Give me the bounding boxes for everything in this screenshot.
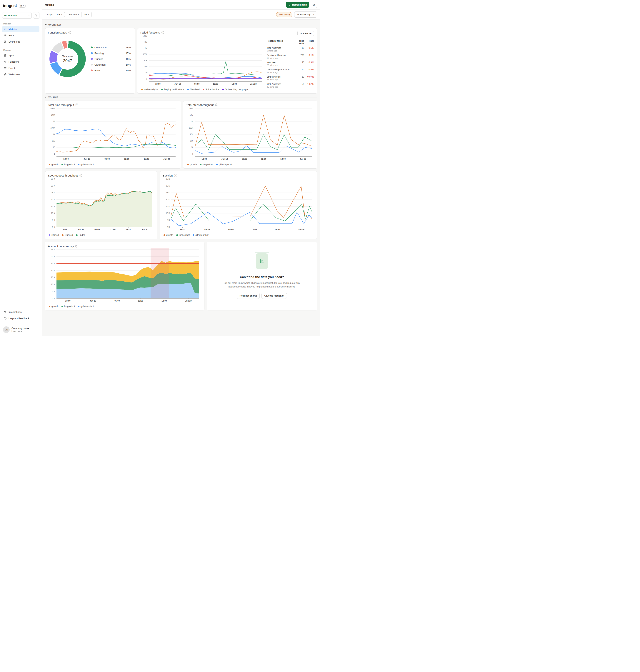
inngest-logo: inngest <box>3 3 17 8</box>
svg-text:0 K: 0 K <box>52 297 55 300</box>
sidebar-item-webhooks[interactable]: Webhooks <box>2 71 40 77</box>
total-runs-chart: 11010010K100K1M10M100M18:00Jun 1906:0012… <box>48 106 178 162</box>
help-circle-icon[interactable] <box>174 174 177 177</box>
time-range-value: 24 hours ago <box>297 13 311 16</box>
svg-text:18:00: 18:00 <box>126 228 131 231</box>
svg-text:100M: 100M <box>143 35 147 37</box>
recently-failed-table: Recently failed Failed runs Rate Web Ana… <box>267 34 314 91</box>
table-row[interactable]: Stripe invoice25 mins ago 600.07% <box>267 75 314 81</box>
sidebar-item-label: Runs <box>9 34 14 37</box>
svg-text:18:00: 18:00 <box>280 158 286 160</box>
overview-section-header[interactable]: OVERVIEW <box>45 24 317 26</box>
failed-functions-card: Failed functions ↗View all 11010010K100K… <box>137 28 317 94</box>
svg-text:10K: 10K <box>144 59 147 61</box>
svg-text:100: 100 <box>144 66 147 68</box>
legend-item: New lead <box>187 88 200 91</box>
table-row[interactable]: Deploy notification10 mins ago 7000.1% <box>267 54 314 59</box>
card-title: Backlog <box>163 174 173 177</box>
svg-text:20 K: 20 K <box>166 198 170 201</box>
legend-item: Completed24% <box>91 45 131 51</box>
svg-text:Jun 20: Jun 20 <box>250 83 257 85</box>
sidebar-item-label: Help and feedback <box>9 317 29 320</box>
svg-text:18:00: 18:00 <box>202 158 207 160</box>
refresh-page-button[interactable]: Refresh page <box>286 2 309 8</box>
collapse-triangle-icon <box>45 24 47 25</box>
legend-item: growth <box>49 163 59 166</box>
svg-text:35 K: 35 K <box>51 178 55 180</box>
svg-text:1M: 1M <box>52 120 55 123</box>
table-row[interactable]: Web Analytics35 mins ago 501.67% <box>267 83 314 88</box>
legend-item: growth <box>49 305 59 308</box>
legend-item: Started <box>49 234 59 237</box>
svg-text:18:00: 18:00 <box>144 158 149 160</box>
help-circle-icon[interactable] <box>75 103 78 106</box>
sidebar-item-runs[interactable]: Runs <box>2 32 40 39</box>
sidebar-item-apps[interactable]: Apps <box>2 52 40 59</box>
svg-text:12:00: 12:00 <box>124 158 129 160</box>
sidebar-item-event-logs[interactable]: Event logs <box>2 39 40 45</box>
legend-item: inngestbot <box>61 305 75 308</box>
empty-card-text: Let our team know which charts are most … <box>221 281 303 289</box>
command-k-badge[interactable]: ⌘ K <box>19 4 26 8</box>
sdk-request-throughput-card: SDK request throughput 0 K5 K10 K15 K20 … <box>45 171 157 239</box>
help-circle-icon[interactable] <box>79 174 82 177</box>
environment-select[interactable]: Production ▲▼ <box>2 12 32 18</box>
collapse-triangle-icon <box>45 97 47 98</box>
svg-text:5 K: 5 K <box>52 290 55 292</box>
apps-filter[interactable]: Apps All▼ <box>45 12 65 17</box>
legend-item: Running47% <box>91 51 131 56</box>
table-row[interactable]: New lead20 mins ago 400.3% <box>267 61 314 66</box>
help-circle-icon[interactable] <box>75 245 78 247</box>
function-status-donut: Total runs 2047 <box>49 41 86 77</box>
svg-text:18:00: 18:00 <box>66 300 71 302</box>
table-row[interactable]: Web Analytics5 mins ago 100.5% <box>267 47 314 52</box>
svg-text:Jun 20: Jun 20 <box>185 300 192 302</box>
request-charts-card: Can’t find the data you need? Let our te… <box>207 242 317 311</box>
sidebar-item-metrics[interactable]: Metrics <box>2 26 40 32</box>
view-all-button[interactable]: ↗View all <box>297 31 314 36</box>
svg-text:1M: 1M <box>145 47 147 49</box>
settings-button[interactable]: ⚙ <box>311 2 317 8</box>
card-title: Account concurrency <box>48 244 74 248</box>
help-circle-icon[interactable] <box>68 31 71 34</box>
table-row[interactable]: Onboarding campaign22 mins ago 100.5% <box>267 68 314 73</box>
functions-list-icon <box>4 60 7 63</box>
svg-text:35 K: 35 K <box>166 178 170 180</box>
account-menu[interactable]: CN Company name User name <box>2 326 40 333</box>
svg-text:12:00: 12:00 <box>251 228 257 231</box>
time-range-select[interactable]: 24 hours ago ▼ <box>294 12 317 18</box>
functions-filter[interactable]: Functions All▼ <box>67 12 92 17</box>
svg-text:12:00: 12:00 <box>261 158 266 160</box>
volume-section-header[interactable]: VOLUME <box>45 96 317 98</box>
environment-value: Production <box>4 14 17 17</box>
svg-text:5 K: 5 K <box>52 219 55 221</box>
svg-text:Jun 19: Jun 19 <box>84 158 90 160</box>
sidebar-item-help[interactable]: Help and feedback <box>2 315 40 321</box>
request-charts-button[interactable]: Request charts <box>237 293 260 299</box>
gear-icon: ⚙ <box>312 3 315 6</box>
svg-text:100K: 100K <box>189 127 193 129</box>
sidebar-item-events[interactable]: Events <box>2 65 40 71</box>
svg-text:18:00: 18:00 <box>61 228 67 231</box>
svg-text:18:00: 18:00 <box>275 228 280 231</box>
svg-text:10K: 10K <box>190 133 193 135</box>
sidebar-item-functions[interactable]: Functions <box>2 59 40 65</box>
account-concurrency-chart: 0 K5 K10 K15 K20 K25 K30 K35 K18:00Jun 1… <box>48 248 201 304</box>
help-circle-icon[interactable] <box>215 103 218 106</box>
svg-text:Jun 20: Jun 20 <box>142 228 148 231</box>
svg-text:30 K: 30 K <box>51 255 55 257</box>
card-title: Total steps throughput <box>186 103 214 106</box>
sidebar-item-integrations[interactable]: Integrations <box>2 309 40 315</box>
help-circle-icon[interactable] <box>161 31 164 34</box>
svg-text:100K: 100K <box>143 53 147 55</box>
env-filter-button[interactable] <box>33 12 40 18</box>
svg-text:Jun 19: Jun 19 <box>204 228 210 231</box>
legend-item: github-pr-bot <box>193 234 208 237</box>
svg-text:10: 10 <box>145 71 147 74</box>
sliders-icon <box>35 14 38 17</box>
chart-legend: growth inngestbot github-pr-bot <box>48 305 201 308</box>
give-feedback-button[interactable]: Give us feedback <box>261 293 287 299</box>
svg-text:25 K: 25 K <box>166 191 170 194</box>
svg-text:15 K: 15 K <box>166 205 170 208</box>
backlog-card: Backlog 0 K5 K10 K15 K20 K25 K30 K35 K18… <box>160 171 317 239</box>
